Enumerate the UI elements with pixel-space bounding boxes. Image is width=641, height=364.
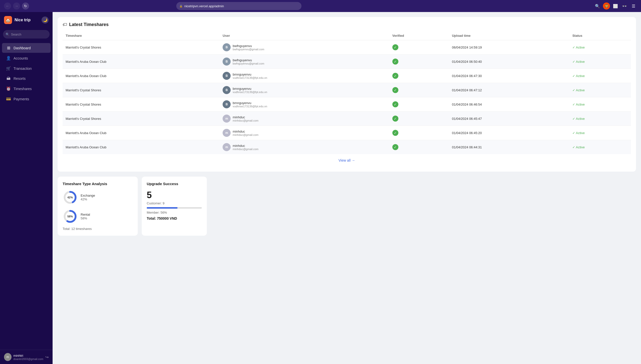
user-avatar: m bbox=[223, 115, 231, 123]
upload-time: 01/04/2024 06:44:31 bbox=[449, 140, 569, 154]
rental-legend: Rental 58% bbox=[81, 213, 90, 220]
sidebar-item-dashboard[interactable]: ⊞ Dashboard bbox=[2, 43, 51, 53]
analysis-card: Timeshare Type Analysis 42% Exchange bbox=[58, 177, 138, 236]
user-name: minhduc bbox=[233, 144, 258, 148]
sidebar-item-timeshares[interactable]: ⏰ Timeshares bbox=[2, 84, 51, 94]
user-name: bwfnguyenvu bbox=[233, 44, 264, 48]
sidebar-item-label: Transaction bbox=[14, 67, 32, 71]
user-email: bwfnguyenvu@gmail.com bbox=[233, 62, 264, 65]
user-cell: B bmnguyenvu vudhnse173139@fpt.edu.vn bbox=[220, 83, 389, 97]
browser-chrome: ← → ↻ 🔒 nicetripvn.vercel.app/admin 🔍 🦁 … bbox=[0, 0, 641, 12]
verified-icon: ✓ bbox=[392, 59, 398, 65]
brave-icon: 🦁 bbox=[603, 3, 610, 10]
user-cell: m minhduc minhduc@gmail.com bbox=[220, 140, 389, 154]
timeshares-icon: ⏰ bbox=[6, 86, 11, 91]
upgrade-title: Upgrade Success bbox=[147, 182, 202, 186]
forward-button[interactable]: → bbox=[13, 3, 20, 10]
timeshare-name: Marriott's Aruba Ocean Club bbox=[63, 69, 220, 83]
progress-bar-inner bbox=[147, 207, 178, 209]
status-badge: ✓ Active bbox=[572, 103, 585, 106]
verified-cell: ✓ bbox=[389, 55, 449, 69]
user-avatar: B bbox=[223, 43, 231, 51]
upload-time: 01/04/2024 06:47:12 bbox=[449, 83, 569, 97]
table-row: Marriott's Crystal Shores B bwfnguyenvu … bbox=[63, 40, 631, 55]
bottom-cards: Timeshare Type Analysis 42% Exchange bbox=[58, 177, 636, 236]
sidebar-item-accounts[interactable]: 👤 Accounts bbox=[2, 53, 51, 63]
search-icon-btn[interactable]: 🔍 bbox=[594, 3, 601, 10]
reload-button[interactable]: ↻ bbox=[22, 3, 29, 10]
user-cell-info: minhduc minhduc@gmail.com bbox=[233, 144, 258, 151]
user-avatar: m bbox=[223, 143, 231, 151]
search-input[interactable] bbox=[11, 33, 47, 36]
glasses-icon[interactable]: 👓 bbox=[621, 3, 628, 10]
search-icon: 🔍 bbox=[6, 33, 10, 36]
status-badge: ✓ Active bbox=[572, 131, 585, 135]
verified-icon: ✓ bbox=[392, 116, 398, 122]
progress-bar-outer bbox=[147, 207, 202, 209]
browser-right-icons: 🔍 🦁 ⬜ 👓 ☰ bbox=[594, 3, 637, 10]
timeshare-name: Marriott's Crystal Shores bbox=[63, 97, 220, 112]
sidebar-item-label: Dashboard bbox=[14, 46, 31, 50]
status-cell: ✓ Active bbox=[569, 55, 631, 69]
menu-icon[interactable]: ☰ bbox=[630, 3, 637, 10]
upload-time: 01/04/2024 06:47:30 bbox=[449, 69, 569, 83]
sidebar-item-resorts[interactable]: 🏔 Resorts bbox=[2, 74, 51, 83]
upgrade-count: 5 bbox=[147, 190, 202, 200]
sidebar-item-payments[interactable]: 💳 Payments bbox=[2, 94, 51, 104]
sidebar-nav: ⊞ Dashboard 👤 Accounts 🛒 Transaction 🏔 R… bbox=[0, 41, 53, 350]
sidebar-search[interactable]: 🔍 bbox=[3, 30, 50, 39]
col-status: Status bbox=[569, 31, 631, 40]
table-row: Marriott's Aruba Ocean Club B bmnguyenvu… bbox=[63, 69, 631, 83]
arrow-right-icon: → bbox=[352, 158, 355, 162]
user-cell: B bmnguyenvu vudhnse173139@fpt.edu.vn bbox=[220, 69, 389, 83]
verified-icon: ✓ bbox=[392, 87, 398, 93]
col-verified: Verified bbox=[389, 31, 449, 40]
theme-toggle-button[interactable]: 🌙 bbox=[42, 17, 49, 24]
table-row: Marriott's Crystal Shores m minhduc minh… bbox=[63, 112, 631, 126]
sidebar-item-label: Timeshares bbox=[14, 87, 32, 91]
user-name: bmnguyenvu bbox=[233, 87, 267, 91]
timeshare-name: Marriott's Crystal Shores bbox=[63, 40, 220, 55]
timeshares-card: 🏷 Latest Timeshares Timeshare User Verif… bbox=[58, 17, 636, 172]
status-badge: ✓ Active bbox=[572, 88, 585, 92]
split-view-icon[interactable]: ⬜ bbox=[612, 3, 619, 10]
verified-cell: ✓ bbox=[389, 126, 449, 140]
upload-time: 01/04/2024 06:45:47 bbox=[449, 112, 569, 126]
user-email: vudhnse173139@fpt.edu.vn bbox=[233, 76, 267, 79]
logout-button[interactable]: ↪ bbox=[45, 355, 49, 359]
verified-icon: ✓ bbox=[392, 73, 398, 79]
status-cell: ✓ Active bbox=[569, 112, 631, 126]
view-all-row: View all → bbox=[63, 154, 631, 167]
user-cell-info: bwfnguyenvu bwfnguyenvu@gmail.com bbox=[233, 58, 264, 65]
main-content: 🏷 Latest Timeshares Timeshare User Verif… bbox=[53, 12, 641, 364]
status-cell: ✓ Active bbox=[569, 97, 631, 112]
timeshares-table: Timeshare User Verified Upload time Stat… bbox=[63, 31, 631, 154]
user-cell: B bwfnguyenvu bwfnguyenvu@gmail.com bbox=[220, 55, 389, 69]
back-button[interactable]: ← bbox=[4, 3, 11, 10]
verified-icon: ✓ bbox=[392, 44, 398, 50]
timeshare-name: Marriott's Aruba Ocean Club bbox=[63, 126, 220, 140]
section-title: Latest Timeshares bbox=[69, 22, 109, 27]
upgrade-member: Member: 56% bbox=[147, 211, 202, 214]
user-name: bwfnguyenvu bbox=[233, 58, 264, 62]
upgrade-customer: Customer: 9 bbox=[147, 201, 202, 205]
user-cell-info: bmnguyenvu vudhnse173139@fpt.edu.vn bbox=[233, 101, 267, 108]
sidebar-item-label: Accounts bbox=[14, 56, 28, 60]
status-badge: ✓ Active bbox=[572, 46, 585, 49]
status-cell: ✓ Active bbox=[569, 83, 631, 97]
view-all-link[interactable]: View all → bbox=[339, 158, 355, 162]
url-text: nicetripvn.vercel.app/admin bbox=[184, 4, 224, 8]
url-bar[interactable]: 🔒 nicetripvn.vercel.app/admin bbox=[176, 2, 301, 10]
user-email: minhduc@gmail.com bbox=[233, 133, 258, 136]
user-name: minhduc bbox=[233, 130, 258, 133]
status-badge: ✓ Active bbox=[572, 60, 585, 64]
status-cell: ✓ Active bbox=[569, 140, 631, 154]
analysis-title: Timeshare Type Analysis bbox=[63, 182, 133, 186]
user-cell: B bmnguyenvu vudhnse173139@fpt.edu.vn bbox=[220, 97, 389, 112]
upgrade-card: Upgrade Success 5 Customer: 9 Member: 56… bbox=[142, 177, 207, 236]
verified-cell: ✓ bbox=[389, 69, 449, 83]
sidebar-item-transaction[interactable]: 🛒 Transaction bbox=[2, 64, 51, 73]
user-name: minhtri bbox=[14, 354, 43, 357]
timeshare-name: Marriott's Crystal Shores bbox=[63, 83, 220, 97]
user-cell: m minhduc minhduc@gmail.com bbox=[220, 126, 389, 140]
